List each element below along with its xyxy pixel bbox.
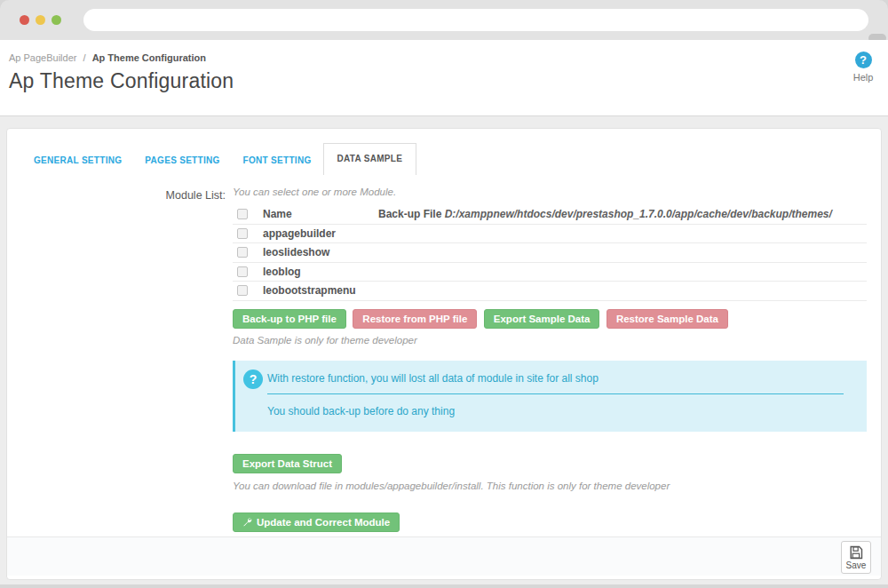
alert-line2: You should back-up before do any thing: [267, 403, 854, 420]
browser-window: Ap PageBuilder / Ap Theme Configuration …: [0, 0, 888, 588]
table-row: leoblog: [233, 263, 867, 282]
module-name: appagebuilder: [263, 227, 378, 240]
name-column-header: Name: [263, 208, 378, 220]
breadcrumb-current: Ap Theme Configuration: [92, 52, 206, 63]
export-data-struct-button[interactable]: Export Data Struct: [233, 454, 342, 473]
info-alert: ? With restore function, you will lost a…: [233, 361, 867, 432]
module-list-label: Module List:: [7, 187, 226, 532]
save-button[interactable]: Save: [841, 541, 871, 574]
restore-from-php-button[interactable]: Restore from PHP file: [353, 309, 477, 329]
tab-pages-setting[interactable]: PAGES SETTING: [133, 146, 231, 175]
alert-line1: With restore function, you will lost all…: [267, 372, 854, 385]
update-module-label: Update and Correct Module: [257, 517, 390, 528]
tab-general-setting[interactable]: GENERAL SETTING: [22, 146, 133, 175]
window-zoom-button[interactable]: [52, 15, 61, 25]
update-and-correct-module-button[interactable]: Update and Correct Module: [233, 513, 400, 532]
select-all-checkbox[interactable]: [237, 209, 248, 219]
url-bar[interactable]: [83, 9, 868, 31]
backup-column-header: Back-up File D:/xamppnew/htdocs/dev/pres…: [378, 208, 832, 220]
module-name: leobootstrapmenu: [263, 284, 378, 297]
module-checkbox[interactable]: [237, 247, 248, 258]
panel-footer: Save: [7, 536, 881, 576]
help-icon[interactable]: ?: [855, 52, 872, 68]
export-struct-section: Export Data Struct: [233, 454, 867, 473]
wrench-icon: [242, 517, 252, 527]
module-checkbox[interactable]: [237, 285, 248, 296]
page-header: Ap PageBuilder / Ap Theme Configuration …: [0, 40, 888, 116]
save-label: Save: [846, 560, 867, 570]
export-struct-note: You can download file in modules/appageb…: [233, 481, 867, 491]
backup-path: D:/xamppnew/htdocs/dev/prestashop_1.7.0.…: [445, 208, 832, 220]
backup-header-label: Back-up File: [378, 208, 441, 220]
breadcrumb-parent-link[interactable]: Ap PageBuilder: [9, 52, 76, 63]
module-list-help: You can select one or more Module.: [233, 187, 867, 197]
help-button[interactable]: ? Help: [850, 52, 876, 83]
browser-chrome: [0, 0, 888, 40]
theme-configuration-panel: GENERAL SETTING PAGES SETTING FONT SETTI…: [6, 128, 882, 580]
table-row: leobootstrapmenu: [233, 282, 867, 301]
table-header-row: Name Back-up File D:/xamppnew/htdocs/dev…: [233, 205, 867, 225]
sample-action-buttons: Back-up to PHP file Restore from PHP fil…: [233, 309, 867, 329]
table-row: appagebuilder: [233, 225, 867, 244]
module-checkbox[interactable]: [237, 228, 248, 239]
save-icon: [849, 545, 863, 560]
settings-tabs: GENERAL SETTING PAGES SETTING FONT SETTI…: [7, 129, 881, 175]
tab-font-setting[interactable]: FONT SETTING: [232, 146, 323, 175]
module-checkbox[interactable]: [237, 266, 248, 277]
sample-note: Data Sample is only for theme developer: [233, 335, 867, 346]
window-close-button[interactable]: [20, 15, 29, 25]
breadcrumb: Ap PageBuilder / Ap Theme Configuration: [9, 52, 875, 63]
module-name: leoslideshow: [263, 246, 378, 258]
window-minimize-button[interactable]: [36, 15, 45, 25]
alert-divider: [267, 393, 844, 394]
breadcrumb-separator: /: [83, 52, 86, 63]
help-label: Help: [850, 72, 876, 83]
page-title: Ap Theme Configuration: [9, 69, 875, 93]
restore-sample-data-button[interactable]: Restore Sample Data: [607, 309, 728, 329]
module-list-content: You can select one or more Module. Name …: [226, 187, 867, 532]
question-icon: ?: [243, 369, 263, 389]
update-module-section: Update and Correct Module: [233, 513, 867, 532]
backup-to-php-button[interactable]: Back-up to PHP file: [233, 309, 346, 329]
module-name: leoblog: [263, 266, 378, 278]
module-table: Name Back-up File D:/xamppnew/htdocs/dev…: [233, 205, 867, 301]
module-list-row: Module List: You can select one or more …: [7, 187, 881, 532]
table-row: leoslideshow: [233, 243, 867, 263]
export-sample-data-button[interactable]: Export Sample Data: [484, 309, 600, 329]
tab-data-sample[interactable]: DATA SAMPLE: [323, 143, 417, 175]
page-body: Ap PageBuilder / Ap Theme Configuration …: [0, 40, 888, 584]
